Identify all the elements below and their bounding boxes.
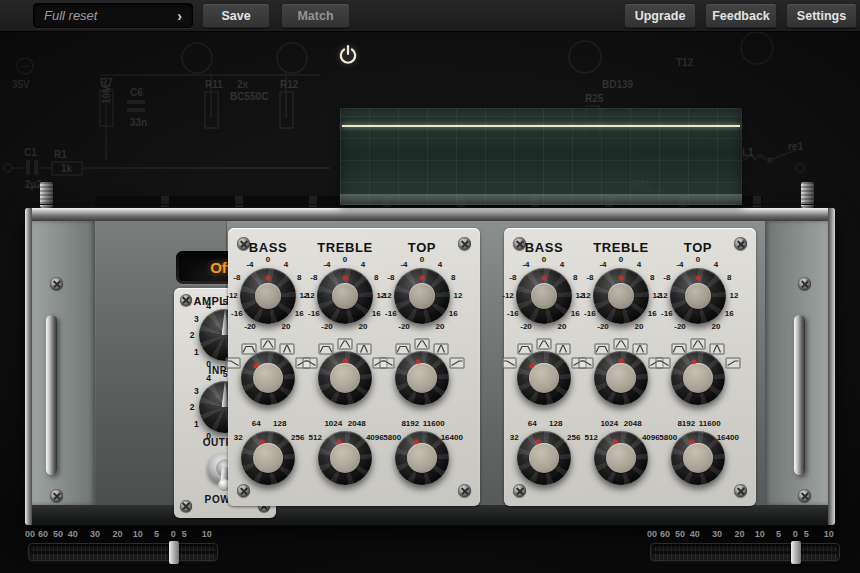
knob-tick: -16 <box>385 310 397 318</box>
shape-knob-body <box>395 351 449 405</box>
fader-track[interactable] <box>650 543 840 561</box>
fader-scale-label: 10 <box>202 529 212 539</box>
fader-handle[interactable] <box>791 541 801 564</box>
knob-tick: 11600 <box>423 420 445 428</box>
knob-tick: -4 <box>246 261 253 269</box>
fader-scale-label: 40 <box>68 529 78 539</box>
fader-handle[interactable] <box>169 541 179 564</box>
fader-scale-label: 30 <box>712 529 722 539</box>
knob-indicator <box>696 276 700 280</box>
knob-indicator <box>343 276 347 280</box>
fader-scale-label: 5 <box>154 529 159 539</box>
knob-tick: 8 <box>451 274 455 282</box>
shelf-down-icon <box>303 357 318 368</box>
output-fader-left[interactable]: 0060504030201050510 <box>28 529 218 567</box>
settings-button[interactable]: Settings <box>786 3 857 28</box>
knob-tick: 64 <box>528 420 537 428</box>
upgrade-button[interactable]: Upgrade <box>624 3 696 28</box>
match-button[interactable]: Match <box>281 3 350 28</box>
shelf-down-icon <box>656 357 671 368</box>
fader-scale-label: 5 <box>804 529 809 539</box>
eq-display <box>340 108 742 205</box>
channel-panel-left: BASS TREBLE TOP -20-16-12-8-4048121620 -… <box>228 228 480 506</box>
knob-tick: 16400 <box>717 434 739 442</box>
knob-tick: 4 <box>361 261 365 269</box>
knob-tick: 3 <box>194 386 199 395</box>
knob-tick: 16400 <box>441 434 463 442</box>
freq-knob-top-left[interactable]: 580081921160016400 <box>372 408 472 508</box>
shelf-down-icon <box>502 357 517 368</box>
knob-tick: 16 <box>449 310 458 318</box>
fader-scale-label: 40 <box>690 529 700 539</box>
knob-indicator <box>266 276 270 280</box>
knob-tick: 11600 <box>699 420 721 428</box>
knob-tick: 2048 <box>624 420 642 428</box>
freq-knob-top-right[interactable]: 580081921160016400 <box>648 408 748 508</box>
feedback-button[interactable]: Feedback <box>705 3 777 28</box>
knob-tick: -4 <box>323 261 330 269</box>
knob-tick: -12 <box>579 292 591 300</box>
bell-wide-icon <box>517 343 532 354</box>
fader-scale-label: 00 <box>647 529 657 539</box>
shape-knob-body <box>241 351 295 405</box>
knob-tick: -12 <box>502 292 514 300</box>
freq-knob-body <box>517 431 571 485</box>
knob-indicator <box>619 276 623 280</box>
bell-narrow-icon <box>710 343 725 354</box>
bell-narrow-icon <box>357 343 372 354</box>
rack-edge-right <box>828 208 835 525</box>
fader-scale-label: 00 <box>25 529 35 539</box>
screw-icon <box>798 277 811 290</box>
knob-tick: -16 <box>308 310 320 318</box>
bell-medium-icon <box>614 339 629 350</box>
output-fader-right[interactable]: 0060504030201050510 <box>650 529 840 567</box>
knob-tick: 4 <box>714 261 718 269</box>
knob-tick: -8 <box>663 274 670 282</box>
power-button[interactable] <box>336 43 360 67</box>
bell-wide-icon <box>671 343 686 354</box>
bell-narrow-icon <box>280 343 295 354</box>
bell-narrow-icon <box>556 343 571 354</box>
knob-tick: 0 <box>420 256 424 264</box>
knob-indicator <box>337 440 341 444</box>
knob-tick: 0 <box>696 256 700 264</box>
save-button[interactable]: Save <box>202 3 270 28</box>
bell-wide-icon <box>241 343 256 354</box>
knob-indicator <box>619 359 623 363</box>
fader-scale-label: 20 <box>734 529 744 539</box>
knob-tick: -8 <box>233 274 240 282</box>
knob-tick: 0 <box>343 256 347 264</box>
rack-edge-left <box>25 208 32 525</box>
eq-curve-line <box>342 125 740 127</box>
control-section: LINK Off AMPLIFIER 012345678910 INPUT 01… <box>95 221 227 505</box>
knob-tick: -4 <box>522 261 529 269</box>
freq-knob-body <box>318 431 372 485</box>
fader-scale-label: 10 <box>133 529 143 539</box>
channel-panel-right: BASS TREBLE TOP -20-16-12-8-4048121620 -… <box>504 228 756 506</box>
knob-indicator <box>343 359 347 363</box>
knob-tick: -12 <box>226 292 238 300</box>
screw-icon <box>50 489 63 502</box>
knob-tick: 0 <box>542 256 546 264</box>
knob-tick: -8 <box>387 274 394 282</box>
knob-tick: 1024 <box>600 420 618 428</box>
knob-tick: -8 <box>509 274 516 282</box>
preset-selector[interactable]: Full reset › <box>33 3 193 28</box>
bell-medium-icon <box>537 339 552 350</box>
knob-tick: 0 <box>619 256 623 264</box>
chevron-right-icon: › <box>177 9 182 23</box>
knob-tick: 8192 <box>401 420 419 428</box>
knob-tick: -4 <box>400 261 407 269</box>
knob-tick: 4 <box>206 302 211 311</box>
bell-medium-icon <box>415 339 430 350</box>
fader-scale-label: 10 <box>824 529 834 539</box>
screw-icon <box>798 489 811 502</box>
fader-track[interactable] <box>28 543 218 561</box>
knob-tick: 4 <box>560 261 564 269</box>
knob-indicator <box>542 276 546 280</box>
knob-tick: 2048 <box>348 420 366 428</box>
knob-tick: -16 <box>231 310 243 318</box>
knob-indicator <box>414 440 418 444</box>
knob-tick: -16 <box>507 310 519 318</box>
knob-indicator <box>690 440 694 444</box>
